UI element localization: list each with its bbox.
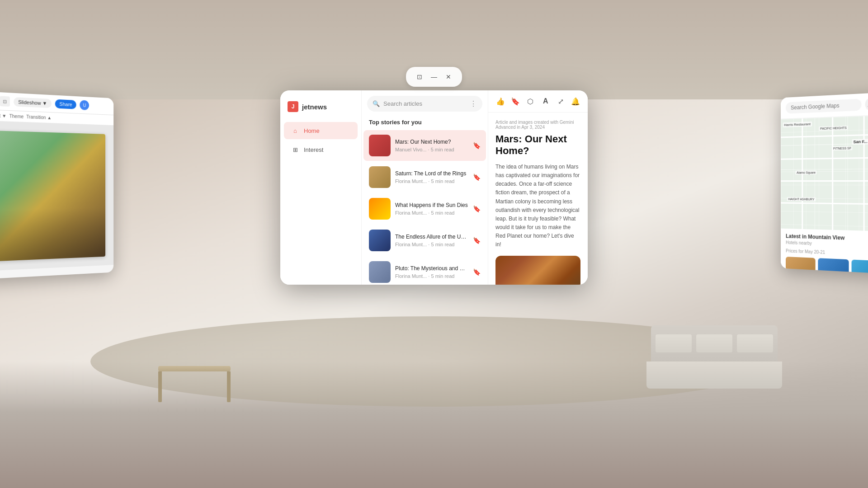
maps-search-input[interactable]: [786, 99, 862, 113]
home-icon: ⌂: [291, 127, 299, 135]
sidebar: J jetnews ⌂ Home ⊞ Interest: [280, 90, 362, 285]
bookmark-icon-mars[interactable]: 🔖: [473, 142, 481, 149]
article-item-pluto[interactable]: Pluto: The Mysterious and Beloved Dwarf …: [363, 257, 486, 285]
layout-label[interactable]: Layout ▼: [0, 113, 6, 118]
bookmark-icon-allure[interactable]: 🔖: [473, 237, 481, 244]
search-input[interactable]: Search articles: [383, 100, 466, 107]
map-label-alamo: Alamo Square: [795, 170, 817, 174]
slides-nav-icons: ⊞ ⊡: [0, 95, 10, 107]
map-streets: [781, 115, 868, 232]
article-byline-mars: Manuel Vivo... · 5 min read: [395, 147, 468, 152]
interest-icon: ⊞: [291, 145, 299, 154]
article-thumb-allure: [369, 230, 391, 251]
map-label-fitness: FITNESS SF: [832, 146, 853, 150]
article-meta-mars: Mars: Our Next Home? Manuel Vivo... · 5 …: [395, 139, 468, 153]
bookmark-icon-sun[interactable]: 🔖: [473, 205, 481, 212]
slideshow-button[interactable]: Slideshow ▼: [14, 97, 52, 108]
article-title-saturn: Saturn: The Lord of the Rings: [395, 170, 468, 178]
article-item-allure[interactable]: The Endless Allure of the Universe: Why …: [363, 225, 486, 256]
logo-icon: J: [288, 101, 298, 112]
maps-content: Harris Restaurant PACIFIC HEIGHTS FITNES…: [781, 115, 868, 232]
article-item-sun[interactable]: What Happens if the Sun Dies Florina Mun…: [363, 193, 486, 224]
reader-title: Mars: Our Next Home?: [495, 133, 580, 157]
article-item-saturn[interactable]: Saturn: The Lord of the Rings Florina Mu…: [363, 162, 486, 192]
reader-toolbar: 👍 🔖 ⬡ A ⤢ 🔔: [488, 90, 588, 113]
mars-hero-img: [495, 256, 580, 285]
article-list: 🔍 Search articles ⋮ Top stories for you …: [362, 90, 488, 285]
like-button[interactable]: 👍: [494, 94, 507, 108]
article-meta-allure: The Endless Allure of the Universe: Why …: [395, 234, 468, 248]
window-controls-bar: ⊡ — ✕: [406, 67, 462, 87]
article-title-mars: Mars: Our Next Home?: [395, 139, 468, 146]
reader-description: The idea of humans living on Mars has ca…: [495, 163, 580, 249]
bookmark-icon-saturn[interactable]: 🔖: [473, 174, 481, 181]
section-title: Top stories for you: [362, 117, 488, 129]
maps-info-panel: Latest in Mountain View Hotels nearby Pr…: [781, 229, 868, 274]
article-thumb-saturn: [369, 166, 391, 188]
fullscreen-button[interactable]: ⤢: [554, 94, 567, 108]
logo-text: jetnews: [302, 103, 327, 111]
font-button[interactable]: A: [539, 94, 552, 108]
slides-panel: ⊞ ⊡ Slideshow ▼ Share U Layout ▼ Theme T…: [0, 91, 113, 279]
interest-label: Interest: [304, 146, 323, 153]
slide-preview: [0, 131, 105, 262]
bookmark-button[interactable]: 🔖: [509, 94, 522, 108]
window-icon-btn[interactable]: ⊡: [413, 70, 426, 83]
map-label-haight: HAIGHT ASHBURY: [787, 197, 816, 201]
slides-content: [0, 121, 113, 271]
slide-image: [0, 131, 105, 262]
search-icon: 🔍: [373, 100, 380, 107]
theme-label[interactable]: Theme: [9, 113, 24, 119]
room-table: [158, 366, 231, 402]
reader-hero-image: [495, 256, 580, 285]
home-label: Home: [304, 127, 320, 134]
maps-dates: Prices for May 20-21: [786, 249, 868, 258]
article-byline-sun: Florina Munt... · 5 min read: [395, 210, 468, 216]
article-title-sun: What Happens if the Sun Dies: [395, 202, 468, 209]
share-button[interactable]: Share: [55, 99, 76, 109]
minimize-btn[interactable]: —: [428, 70, 440, 83]
article-byline-pluto: Florina Munt... · 5 min read: [395, 273, 468, 279]
article-meta-pluto: Pluto: The Mysterious and Beloved Dwarf …: [395, 265, 468, 279]
article-thumb-mars: [369, 135, 391, 156]
map-label-harris: Harris Restaurant: [783, 122, 812, 127]
grid-icon: ⊡: [0, 96, 10, 107]
sidebar-item-interest[interactable]: ⊞ Interest: [284, 141, 358, 158]
jetnews-panel: J jetnews ⌂ Home ⊞ Interest 🔍 Search art…: [280, 90, 588, 285]
bookmark-icon-pluto[interactable]: 🔖: [473, 268, 481, 276]
transition-label[interactable]: Transition ▲: [26, 114, 52, 120]
hotel-thumb-3[interactable]: [852, 259, 868, 274]
share-button[interactable]: ⬡: [524, 94, 537, 108]
reader-content: Article and images created with Gemini A…: [488, 113, 588, 285]
close-btn[interactable]: ✕: [442, 70, 455, 83]
article-thumb-sun: [369, 198, 391, 220]
article-title-allure: The Endless Allure of the Universe: Why …: [395, 234, 468, 241]
sidebar-item-home[interactable]: ⌂ Home: [284, 122, 358, 139]
article-byline-allure: Florina Munt... · 5 min read: [395, 242, 468, 247]
user-avatar: U: [80, 100, 90, 110]
room-couch: [651, 325, 778, 389]
article-reader: 👍 🔖 ⬡ A ⤢ 🔔 Article and images created w…: [488, 90, 588, 285]
map-label-sanf: San F...: [852, 139, 868, 145]
article-byline-saturn: Florina Munt... · 5 min read: [395, 178, 468, 184]
article-meta-saturn: Saturn: The Lord of the Rings Florina Mu…: [395, 170, 468, 184]
maps-panel: 🎤 U Harris Restaurant PACIFIC HEIGHTS FI…: [781, 92, 868, 274]
hotels-label: Hotels nearby: [786, 240, 812, 246]
app-logo: J jetnews: [280, 98, 361, 121]
more-options-icon[interactable]: ⋮: [470, 99, 477, 108]
article-thumb-pluto: [369, 261, 391, 283]
ai-note: Article and images created with Gemini A…: [495, 120, 580, 130]
maps-voice-button[interactable]: 🎤: [865, 98, 868, 111]
article-title-pluto: Pluto: The Mysterious and Beloved Dwarf …: [395, 265, 468, 272]
article-meta-sun: What Happens if the Sun Dies Florina Mun…: [395, 202, 468, 216]
notifications-button[interactable]: 🔔: [569, 94, 582, 108]
article-item-mars[interactable]: Mars: Our Next Home? Manuel Vivo... · 5 …: [363, 130, 486, 161]
article-items-list: Mars: Our Next Home? Manuel Vivo... · 5 …: [362, 129, 488, 285]
search-bar[interactable]: 🔍 Search articles ⋮: [367, 96, 482, 112]
